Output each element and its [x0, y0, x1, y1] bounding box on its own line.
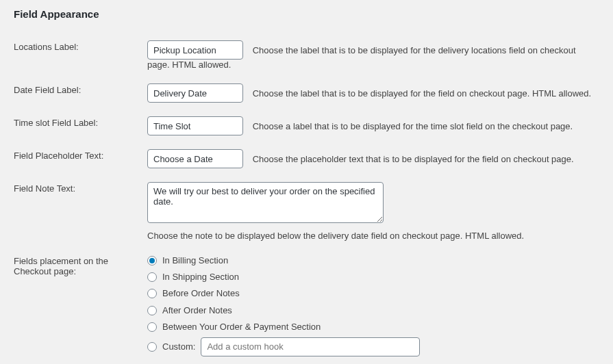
radio-icon: [147, 289, 157, 298]
settings-table: Locations Label: Choose the label that i…: [14, 35, 599, 364]
radio-icon: [147, 322, 157, 332]
placement-option-custom[interactable]: Custom:: [147, 337, 599, 356]
date-field-label-desc: Choose the label that is to be displayed…: [253, 88, 592, 99]
timeslot-label-input[interactable]: [147, 116, 243, 135]
placement-option-label: Before Order Notes: [162, 287, 240, 300]
date-field-label-th: Date Field Label:: [14, 78, 147, 111]
placement-option-shipping[interactable]: In Shipping Section: [147, 271, 599, 283]
placement-option-label: Between Your Order & Payment Section: [162, 321, 321, 333]
locations-label-th: Locations Label:: [14, 35, 147, 78]
section-heading: Field Appearance: [14, 8, 599, 20]
placement-option-billing[interactable]: In Billing Section: [147, 255, 599, 267]
placement-option-before-notes[interactable]: Before Order Notes: [147, 287, 599, 300]
note-text-textarea[interactable]: [147, 182, 384, 223]
note-text-th: Field Note Text:: [14, 177, 147, 249]
radio-icon: [147, 342, 157, 352]
radio-icon: [147, 306, 157, 315]
placeholder-text-th: Field Placeholder Text:: [14, 144, 147, 177]
radio-icon: [147, 256, 157, 265]
placeholder-text-input[interactable]: [147, 149, 243, 168]
timeslot-label-th: Time slot Field Label:: [14, 111, 147, 144]
placement-radio-group: In Billing Section In Shipping Section B…: [147, 255, 599, 356]
timeslot-label-desc: Choose a label that is to be displayed f…: [253, 121, 573, 131]
date-field-label-input[interactable]: [147, 83, 243, 103]
placement-option-label: Custom:: [162, 341, 195, 353]
placement-option-label: In Billing Section: [162, 255, 228, 267]
placement-option-after-notes[interactable]: After Order Notes: [147, 304, 599, 317]
custom-hook-input[interactable]: [201, 337, 420, 356]
placement-option-label: After Order Notes: [162, 304, 232, 317]
placement-th: Fields placement on the Checkout page:: [14, 249, 147, 364]
note-text-desc: Choose the note to be displayed below th…: [147, 231, 599, 241]
radio-icon: [147, 272, 157, 282]
placement-option-between[interactable]: Between Your Order & Payment Section: [147, 321, 599, 333]
locations-label-input[interactable]: [147, 40, 243, 60]
placeholder-text-desc: Choose the placeholder text that is to b…: [253, 154, 574, 164]
placement-option-label: In Shipping Section: [162, 271, 239, 283]
